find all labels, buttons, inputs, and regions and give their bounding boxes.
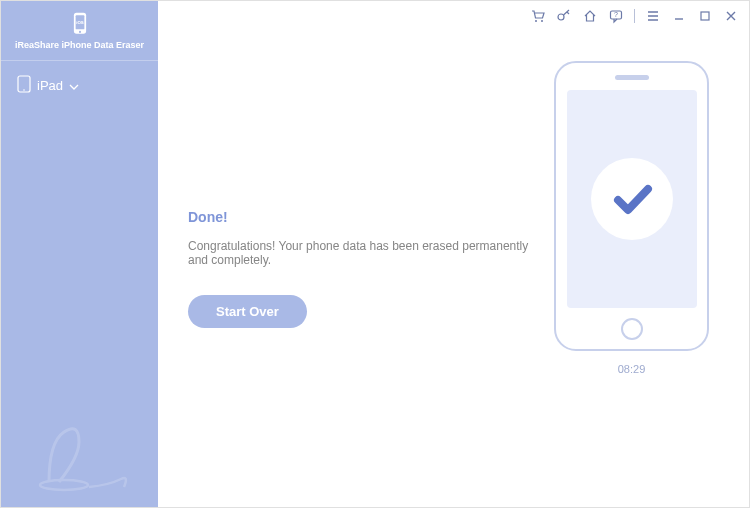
done-heading: Done! <box>188 209 544 225</box>
success-check-icon <box>591 158 673 240</box>
sidebar-decoration <box>1 397 158 507</box>
svg-point-9 <box>558 14 564 20</box>
main-area: ? Done! Congratulations! Your phone data… <box>158 1 749 507</box>
phone-frame-icon <box>554 61 709 351</box>
phone-home-button <box>621 318 643 340</box>
cart-icon[interactable] <box>530 8 546 24</box>
maximize-button[interactable] <box>697 8 713 24</box>
svg-point-5 <box>23 89 25 91</box>
separator <box>634 9 635 23</box>
chevron-down-icon <box>69 78 79 93</box>
phone-illustration-area: 08:29 <box>544 61 719 487</box>
device-icon <box>17 75 31 96</box>
app-title: iReaShare iPhone Data Eraser <box>15 40 144 51</box>
start-over-button[interactable]: Start Over <box>188 295 307 328</box>
sidebar: iOS iReaShare iPhone Data Eraser iPad <box>1 1 158 507</box>
app-window: iOS iReaShare iPhone Data Eraser iPad <box>0 0 750 508</box>
device-label: iPad <box>37 78 63 93</box>
app-logo-icon: iOS <box>66 10 94 38</box>
feedback-icon[interactable]: ? <box>608 8 624 24</box>
titlebar: ? <box>158 1 749 31</box>
sidebar-header: iOS iReaShare iPhone Data Eraser <box>1 1 158 61</box>
close-button[interactable] <box>723 8 739 24</box>
content: Done! Congratulations! Your phone data h… <box>158 31 749 507</box>
phone-screen <box>567 90 697 308</box>
svg-rect-12 <box>701 12 709 20</box>
result-text-area: Done! Congratulations! Your phone data h… <box>188 61 544 487</box>
home-icon[interactable] <box>582 8 598 24</box>
svg-point-8 <box>541 20 543 22</box>
phone-earpiece <box>615 75 649 80</box>
timestamp: 08:29 <box>618 363 646 375</box>
svg-point-6 <box>40 480 88 490</box>
minimize-button[interactable] <box>671 8 687 24</box>
menu-icon[interactable] <box>645 8 661 24</box>
svg-point-2 <box>78 31 80 33</box>
svg-point-7 <box>535 20 537 22</box>
svg-text:iOS: iOS <box>76 20 84 25</box>
key-icon[interactable] <box>556 8 572 24</box>
device-selector[interactable]: iPad <box>1 61 158 110</box>
result-message: Congratulations! Your phone data has bee… <box>188 239 544 267</box>
svg-text:?: ? <box>614 11 618 18</box>
